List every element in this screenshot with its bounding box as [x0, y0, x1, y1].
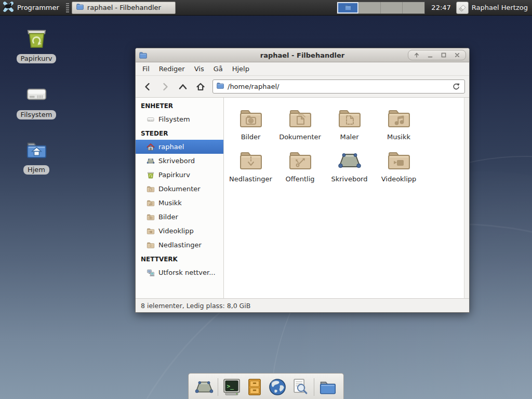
drive-icon — [24, 82, 49, 107]
desktop-icon-label: Papirkurv — [17, 54, 57, 63]
dock-slot: >_ — [220, 376, 243, 398]
dock-launcher[interactable] — [266, 376, 289, 398]
terminal-icon: >_ — [222, 377, 242, 397]
workspace-pager — [337, 2, 425, 14]
nav-forward-icon[interactable] — [157, 79, 173, 94]
file-item[interactable]: Skrivebord — [325, 148, 374, 183]
desktop-icon — [337, 148, 362, 173]
home-icon — [147, 143, 155, 151]
workspace-cell[interactable] — [381, 2, 403, 14]
user-actions-button[interactable]: Raphael Hertzog — [456, 2, 532, 14]
window-titlebar[interactable]: raphael - Filbehandler — [136, 48, 469, 62]
file-grid: Bilder Dokumenter Maler — [224, 98, 464, 298]
file-view[interactable]: Bilder Dokumenter Maler — [224, 98, 469, 298]
sidebar-item[interactable]: Nedlastinger — [136, 238, 223, 252]
dock-slot — [316, 376, 339, 398]
file-item-label: Offentlig — [286, 175, 315, 183]
sidebar-item[interactable]: Musikk — [136, 196, 223, 210]
applications-menu-label: Programmer — [17, 4, 59, 11]
file-item[interactable]: Dokumenter — [275, 106, 325, 141]
folder-downloads-icon — [238, 148, 263, 173]
applications-menu-button[interactable]: Programmer — [0, 0, 64, 15]
search-icon — [290, 377, 310, 397]
sidebar-item-label: Papirkurv — [158, 171, 190, 179]
dock-launcher[interactable] — [316, 376, 339, 398]
drive-icon — [147, 115, 155, 124]
folder-documents-icon — [288, 106, 313, 131]
sidebar-item[interactable]: Papirkurv — [136, 168, 223, 182]
taskbar-window-button[interactable]: raphael - Filbehandler — [72, 2, 176, 14]
dock-launcher[interactable] — [289, 376, 312, 398]
sidebar-item-label: Filsystem — [158, 115, 190, 123]
dock-slot — [193, 376, 220, 398]
file-item[interactable]: Nedlastinger — [226, 148, 275, 183]
win-maximize-icon[interactable] — [440, 51, 448, 59]
desktop-icon[interactable]: Filsystem — [10, 82, 62, 119]
workspace-cell[interactable] — [337, 2, 359, 14]
file-item[interactable]: Bilder — [226, 106, 275, 141]
sidebar-item[interactable]: Bilder — [136, 210, 223, 224]
sidebar-section-header: ENHETER — [136, 99, 223, 112]
folder-videos-icon — [387, 148, 411, 173]
sidebar-item[interactable]: Utforsk nettver... — [136, 265, 223, 280]
menu-item[interactable]: Gå — [209, 63, 228, 75]
folder-pictures-icon — [147, 213, 155, 221]
file-item-label: Skrivebord — [331, 175, 367, 183]
mini-folder-icon — [139, 51, 148, 60]
menu-item[interactable]: Hjelp — [228, 63, 254, 75]
user-name-label: Raphael Hertzog — [472, 4, 528, 11]
folder-public-icon — [288, 148, 313, 173]
desktop-icon-area: Papirkurv Filsystem Hjem — [10, 26, 62, 192]
workspace-cell[interactable] — [359, 2, 381, 14]
menubar: Fil Rediger Vis Gå Hjelp — [136, 62, 469, 76]
sidebar-item[interactable]: Videoklipp — [136, 224, 223, 238]
file-manager-icon — [318, 377, 338, 397]
menu-item[interactable]: Fil — [138, 63, 154, 75]
show-desktop-icon — [194, 377, 214, 397]
nav-home-icon[interactable] — [193, 79, 208, 94]
file-item[interactable]: Musikk — [374, 106, 423, 141]
nav-back-icon[interactable] — [140, 79, 155, 94]
dock-launcher[interactable]: >_ — [220, 376, 243, 398]
sidebar-item[interactable]: Skrivebord — [136, 154, 223, 168]
file-item[interactable]: Offentlig — [275, 148, 325, 183]
sidebar-section: ENHETER Filsystem — [136, 99, 223, 126]
desktop-icon[interactable]: Papirkurv — [10, 26, 62, 63]
dock-launcher[interactable] — [243, 376, 266, 398]
file-item-label: Dokumenter — [279, 133, 321, 141]
file-manager-window: raphael - Filbehandler Fil Rediger Vis G… — [135, 48, 470, 313]
tasklist-grip[interactable] — [66, 3, 69, 12]
file-item[interactable]: Maler — [325, 106, 374, 141]
toolbar: /home/raphael/ — [136, 76, 469, 98]
sidebar-item[interactable]: raphael — [136, 140, 223, 154]
win-close-icon[interactable] — [453, 51, 461, 59]
file-item-label: Maler — [340, 133, 358, 141]
menu-item[interactable]: Vis — [190, 63, 209, 75]
win-shade-icon[interactable] — [413, 51, 421, 59]
win-minimize-icon[interactable] — [426, 51, 434, 59]
sidebar-item-label: Skrivebord — [158, 157, 195, 165]
xfce-logo-icon — [3, 1, 14, 14]
trash-icon — [147, 171, 155, 179]
desktop-icon[interactable]: Hjem — [10, 137, 62, 175]
sidebar-item-label: raphael — [158, 143, 184, 151]
workspace-cell[interactable] — [403, 2, 424, 14]
taskbar-window-label: raphael - Filbehandler — [87, 4, 161, 11]
file-item-label: Bilder — [241, 133, 261, 141]
sidebar-item[interactable]: Filsystem — [136, 112, 223, 126]
file-item[interactable]: Videoklipp — [374, 148, 423, 183]
vertical-scrollbar[interactable] — [464, 98, 469, 298]
folder-templates-icon — [337, 106, 362, 131]
file-cabinet-icon — [245, 377, 264, 397]
sidebar-item[interactable]: Dokumenter — [136, 182, 223, 196]
panel-clock[interactable]: 22:47 — [431, 4, 450, 11]
reload-icon[interactable] — [451, 83, 461, 91]
window-controls — [408, 50, 466, 60]
launcher-dock: >_ — [188, 373, 344, 399]
nav-up-icon[interactable] — [175, 79, 191, 94]
menu-item[interactable]: Rediger — [154, 63, 190, 75]
dock-launcher[interactable] — [193, 376, 216, 398]
location-bar[interactable]: /home/raphael/ — [212, 79, 465, 94]
folder-downloads-icon — [147, 241, 155, 249]
current-path[interactable]: /home/raphael/ — [228, 83, 448, 90]
